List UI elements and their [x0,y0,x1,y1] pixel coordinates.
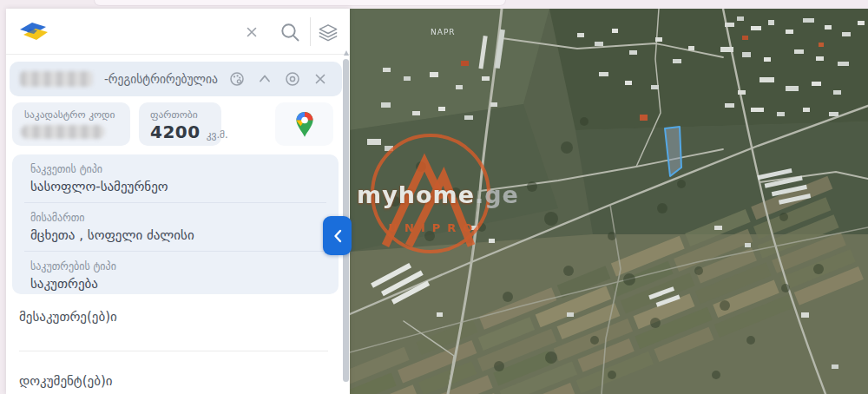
detail-row-land-type: ნაკვეთის ტიპი სასოფლო-სამეურნეო [24,154,326,202]
search-icon[interactable] [279,21,301,43]
section-divider [19,351,328,351]
detail-row-ownership-type: საკუთრების ტიპი საკუთრება [24,251,326,299]
window-top-strip [0,0,868,9]
parcel-details-card: ნაკვეთის ტიპი სასოფლო-სამეურნეო მისამართ… [12,154,339,294]
satellite-map[interactable]: NAPR myhome.ge UNIPRO [350,9,868,394]
napr-maps-logo-icon [18,21,49,42]
detail-row-address: მისამართი მცხეთა , სოფელი ძალისი [24,202,326,251]
map-attribution-label: NAPR [431,28,456,36]
detail-value: სასოფლო-სამეურნეო [30,179,326,194]
chevron-up-icon[interactable] [255,69,274,89]
cadastral-code-card: საკადასტრო კოდი [12,102,130,146]
open-google-maps-button[interactable] [275,102,333,146]
toolbar-divider [310,17,311,46]
detail-value: მცხეთა , სოფელი ძალისი [30,227,326,243]
collapse-panel-button[interactable] [323,216,352,255]
masked-cadastral-code-value [21,125,105,139]
window-top-pill [94,0,506,6]
detail-label: საკუთრების ტიპი [30,260,326,273]
chevron-left-icon [332,228,344,244]
search-bar [6,9,350,55]
registration-status-text: -რეგისტრირებულია [104,72,219,86]
scrollbar-up-arrow[interactable] [344,50,349,56]
detail-label: მისამართი [30,212,326,224]
cadastral-code-label: საკადასტრო კოდი [24,108,130,121]
area-card: ფართობი 4200 კვ.მ. [139,102,221,146]
satellite-terrain: NAPR [350,9,868,394]
parcel-header-bar: -რეგისტრირებულია [10,62,342,96]
visibility-icon[interactable] [283,69,302,89]
parcel-info-panel: -რეგისტრირებულია საკადასტრო კოდი ფართობი… [6,9,350,394]
area-label: ფართობი [150,108,221,121]
area-unit: კვ.მ. [207,128,228,141]
google-maps-pin-icon [295,111,314,138]
layers-icon[interactable] [317,21,339,43]
palette-icon[interactable] [227,69,247,89]
detail-value: საკუთრება [30,276,326,292]
clear-search-icon[interactable] [240,21,263,43]
documents-section-heading: დოკუმენტ(ებ)ი [19,373,113,389]
close-icon[interactable] [311,69,330,89]
detail-label: ნაკვეთის ტიპი [30,163,326,175]
masked-cadastral-code [20,71,93,87]
area-value: 4200 [150,121,201,142]
owners-section-heading: მესაკუთრე(ებ)ი [19,309,117,325]
